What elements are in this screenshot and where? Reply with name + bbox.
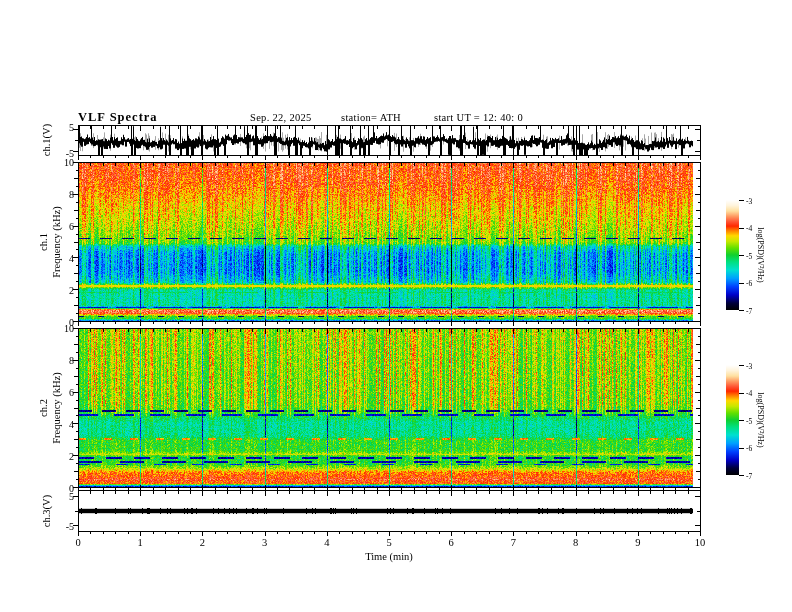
colorbar-tick-label: -7 [746, 306, 752, 315]
vlf-spectra-figure: VLF Spectra Sep. 22, 2025 station= ATH s… [0, 0, 792, 612]
time-axis-tick: 9 [635, 537, 640, 548]
spec1-ytick: 10 [56, 157, 74, 168]
ch1-waveform-panel [78, 125, 701, 156]
header-date: Sep. 22, 2025 [250, 112, 312, 123]
colorbar-ch2 [726, 365, 739, 475]
header-station: station= ATH [341, 112, 401, 123]
colorbar-tick-mark [739, 283, 744, 284]
ch1-wave-ytick: 5 [66, 122, 74, 133]
spec2-ytick: 4 [56, 419, 74, 430]
time-axis-tick: 4 [324, 537, 329, 548]
ylabel-ch1-line1: ch.1 [38, 206, 51, 277]
spec2-ytick: 10 [56, 323, 74, 334]
colorbar-tick-mark [739, 365, 744, 366]
time-axis-tick: 1 [138, 537, 143, 548]
colorbar-tick-mark [739, 475, 744, 476]
time-axis-tick: 6 [449, 537, 454, 548]
ylabel-ch1-line2: Frequency (kHz) [51, 206, 64, 277]
figure-title: VLF Spectra [78, 110, 158, 125]
colorbar-tick-mark [739, 393, 744, 394]
time-axis-tick: 5 [386, 537, 391, 548]
ylabel-ch2-frequency: ch.2 Frequency (kHz) [38, 372, 63, 443]
colorbar-tick-label: -3 [746, 196, 752, 205]
time-axis-tick: 3 [262, 537, 267, 548]
colorbar-tick-mark [739, 200, 744, 201]
time-axis-tick: 8 [573, 537, 578, 548]
ch1-spectrogram-panel [78, 162, 701, 322]
spec2-ytick: 8 [56, 355, 74, 366]
ylabel-ch2-line2: Frequency (kHz) [51, 372, 64, 443]
colorbar-tick-label: -3 [746, 361, 752, 370]
spec1-ytick: 4 [56, 253, 74, 264]
ylabel-ch1-volts: ch.1(V) [41, 124, 54, 156]
colorbar-tick-mark [739, 448, 744, 449]
colorbar-tick-label: -4 [746, 389, 752, 398]
ylabel-ch2-line1: ch.2 [38, 372, 51, 443]
colorbar-tick-mark [739, 255, 744, 256]
ylabel-ch1-frequency: ch.1 Frequency (kHz) [38, 206, 63, 277]
colorbar-ch2-label: log(PSD)(V²/Hz) [756, 392, 765, 447]
time-axis-tick: 2 [200, 537, 205, 548]
colorbar-tick-mark [739, 310, 744, 311]
spec1-ytick: 8 [56, 189, 74, 200]
time-axis-tick: 7 [511, 537, 516, 548]
colorbar-tick-label: -5 [746, 251, 752, 260]
time-axis-tick: 0 [75, 537, 80, 548]
header-start-ut: start UT = 12: 40: 0 [434, 112, 523, 123]
colorbar-ch1 [726, 200, 739, 310]
ch2-spectrogram-panel [78, 328, 701, 488]
ch3-waveform-panel [78, 490, 701, 532]
colorbar-tick-label: -6 [746, 279, 752, 288]
colorbar-tick-mark [739, 228, 744, 229]
spec2-ytick: 0 [56, 483, 74, 494]
spec2-ytick: 2 [56, 451, 74, 462]
xaxis-title: Time (min) [365, 551, 413, 562]
colorbar-tick-label: -6 [746, 444, 752, 453]
spec1-ytick: 2 [56, 285, 74, 296]
colorbar-tick-label: -4 [746, 224, 752, 233]
ylabel-ch3-volts: ch.3(V) [41, 495, 54, 527]
spec1-ytick: 6 [56, 221, 74, 232]
colorbar-tick-mark [739, 420, 744, 421]
ch3-ytick: -5 [60, 521, 74, 532]
spec2-ytick: 6 [56, 387, 74, 398]
colorbar-tick-label: -5 [746, 416, 752, 425]
colorbar-tick-label: -7 [746, 471, 752, 480]
time-axis-tick: 10 [695, 537, 706, 548]
colorbar-ch1-label: log(PSD)(V²/Hz) [756, 227, 765, 282]
